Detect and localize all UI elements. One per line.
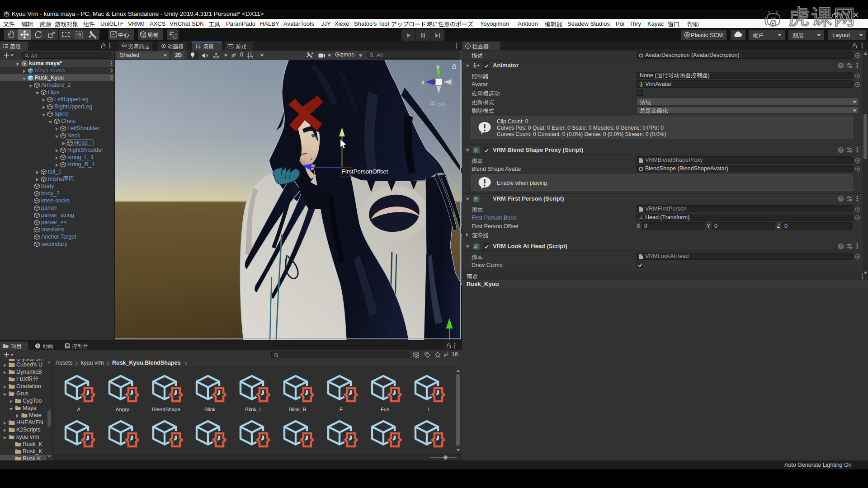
svg-text:y: y bbox=[436, 63, 440, 70]
svg-text:?: ? bbox=[840, 244, 842, 249]
svg-text:z: z bbox=[421, 79, 425, 85]
svg-text:Iso: Iso bbox=[437, 100, 445, 107]
svg-text:#: # bbox=[474, 148, 477, 153]
svg-text:#: # bbox=[474, 197, 477, 202]
svg-text:#: # bbox=[474, 244, 477, 249]
svg-text:FirstPersonOffset: FirstPersonOffset bbox=[342, 168, 388, 175]
svg-text:?: ? bbox=[840, 148, 842, 153]
svg-text:?: ? bbox=[840, 197, 842, 202]
svg-text:?: ? bbox=[840, 63, 842, 68]
